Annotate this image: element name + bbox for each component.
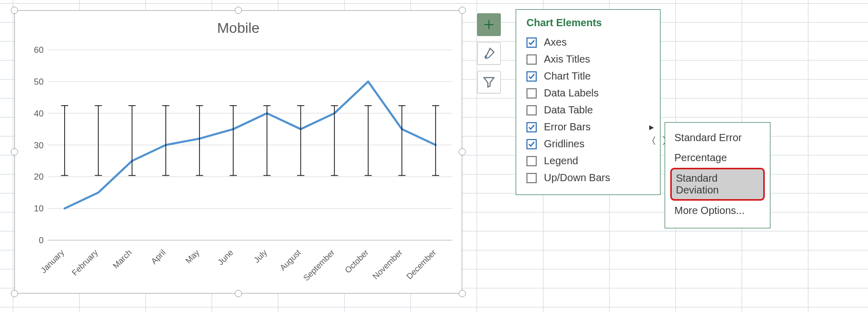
panel-title: Chart Elements [516,16,660,34]
panel-item-label: Axes [544,36,567,48]
selection-handle[interactable] [235,7,242,14]
chart-side-buttons [477,13,501,93]
panel-item-gridlines[interactable]: Gridlines [516,135,660,152]
panel-item-label: Error Bars [544,121,591,133]
svg-text:10: 10 [34,204,44,213]
panel-item-data-table[interactable]: Data Table [516,102,660,119]
selection-handle[interactable] [11,148,18,155]
error-bars-submenu: Standard ErrorPercentageStandard Deviati… [665,122,770,228]
submenu-item-standard-error[interactable]: Standard Error [665,128,770,148]
submenu-item-percentage[interactable]: Percentage [665,148,770,168]
selection-handle[interactable] [459,7,466,14]
svg-text:50: 50 [34,77,44,87]
svg-text:May: May [184,248,201,265]
chevron-right-icon: ▶ [649,124,654,131]
svg-text:February: February [70,248,100,277]
chart[interactable]: Mobile 0102030405060 JanuaryFebruaryMarc… [14,10,462,294]
chart-elements-panel: Chart Elements AxesAxis TitlesChart Titl… [516,9,661,195]
svg-text:July: July [252,248,269,264]
submenu-item-standard-deviation[interactable]: Standard Deviation [670,168,765,201]
panel-item-label: Up/Down Bars [544,172,610,184]
panel-item-error-bars[interactable]: Error Bars▶ [516,119,660,135]
selection-handle[interactable] [235,290,242,297]
chart-elements-button[interactable] [477,13,501,36]
checkbox[interactable] [526,37,537,48]
svg-text:January: January [39,248,66,275]
selection-handle[interactable] [11,290,18,297]
panel-item-legend[interactable]: Legend [516,152,660,169]
brush-icon [482,47,496,60]
svg-text:June: June [216,248,235,267]
svg-text:0: 0 [39,236,44,243]
panel-item-label: Chart Title [544,70,591,82]
checkbox[interactable] [526,173,537,183]
svg-text:March: March [111,248,133,270]
svg-text:December: December [405,248,438,281]
panel-item-data-labels[interactable]: Data Labels [516,85,660,102]
plot-area[interactable]: 0102030405060 [29,47,456,243]
checkbox[interactable] [526,54,537,65]
svg-text:April: April [149,248,167,266]
panel-item-label: Data Labels [544,87,599,99]
panel-item-label: Axis Titles [544,53,590,65]
chart-filters-button[interactable] [477,71,501,93]
panel-item-label: Legend [544,155,578,167]
checkbox[interactable] [526,122,537,132]
svg-text:October: October [343,248,370,275]
selection-handle[interactable] [11,7,18,14]
panel-item-label: Gridlines [544,138,584,150]
submenu-item-more-options-[interactable]: More Options... [665,201,770,221]
checkbox[interactable] [526,156,537,166]
svg-text:August: August [278,248,303,272]
checkbox[interactable] [526,71,537,82]
x-axis-labels: JanuaryFebruaryMarchAprilMayJuneJulyAugu… [29,243,457,293]
chart-container[interactable]: Mobile 0102030405060 JanuaryFebruaryMarc… [14,10,462,294]
svg-text:20: 20 [34,172,44,182]
checkbox[interactable] [526,139,537,149]
funnel-icon [482,75,496,89]
selection-handle[interactable] [459,290,466,297]
svg-text:30: 30 [34,141,44,150]
selection-handle[interactable] [459,148,466,155]
panel-item-axes[interactable]: Axes [516,34,660,51]
panel-item-label: Data Table [544,104,593,116]
checkbox[interactable] [526,105,537,115]
svg-text:November: November [371,248,404,281]
svg-text:60: 60 [34,47,44,55]
checkbox[interactable] [526,88,537,99]
chart-styles-button[interactable] [477,42,501,65]
panel-item-axis-titles[interactable]: Axis Titles [516,51,660,68]
svg-text:40: 40 [34,109,44,119]
panel-item-chart-title[interactable]: Chart Title [516,68,660,85]
panel-item-up-down-bars[interactable]: Up/Down Bars [516,169,660,186]
plus-icon [483,18,495,31]
svg-text:September: September [301,248,336,283]
chart-title[interactable]: Mobile [15,20,462,36]
